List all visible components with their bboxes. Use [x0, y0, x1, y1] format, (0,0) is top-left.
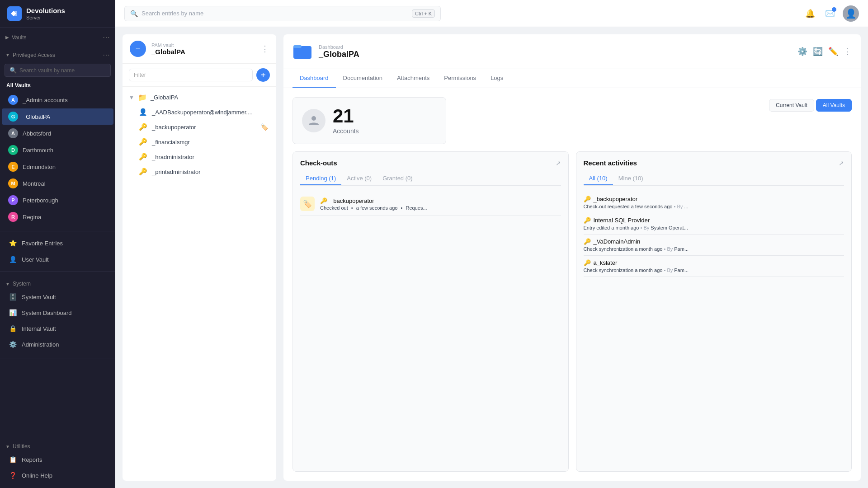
vaults-section-header[interactable]: ▶ Vaults ⋯: [0, 29, 115, 43]
sidebar-vault-item-2[interactable]: A Abbotsford: [2, 125, 113, 141]
vault-avatar: A: [8, 128, 18, 138]
sidebar-vault-item-5[interactable]: M Montreal: [2, 175, 113, 192]
key-icon: 🔑: [139, 153, 147, 161]
privileged-access-header[interactable]: ▼ Privileged Access ⋯: [0, 47, 115, 61]
activity-tab-all[interactable]: All (10): [584, 172, 613, 185]
pam-entry-printadministrator[interactable]: 🔑 _printadministrator: [124, 164, 274, 179]
pam-menu-button[interactable]: ⋮: [261, 44, 269, 54]
pam-entry-name: _hradministrator: [152, 154, 268, 160]
sidebar-vault-item-4[interactable]: E Edmundston: [2, 159, 113, 175]
tab-dashboard[interactable]: Dashboard: [292, 69, 336, 88]
privileged-access-caret: ▼: [5, 52, 10, 57]
sidebar-vault-item-3[interactable]: D Darthmouth: [2, 142, 113, 158]
checkout-entry-name: 🔑 _backupoperator: [320, 197, 561, 204]
messages-badge: [832, 7, 836, 12]
sidebar-item-reports[interactable]: 📋 Reports: [2, 452, 113, 467]
current-vault-button[interactable]: Current Vault: [769, 99, 814, 112]
pam-vault-avatar: −: [130, 41, 146, 57]
pam-filter-input[interactable]: [129, 69, 253, 81]
utilities-header[interactable]: ▼ Utilities: [0, 440, 115, 451]
activity-entry-akslater: 🔑 a_kslater Check synchronization a mont…: [584, 256, 844, 277]
tab-permissions[interactable]: Permissions: [437, 69, 483, 88]
all-vaults-button[interactable]: All Vaults: [816, 99, 852, 112]
sidebar-divider-1: [0, 231, 115, 231]
group-caret: ▼: [129, 94, 134, 101]
main-container: 🔍 Ctrl + K 🔔 ✉️ 👤 − PAM vault: [115, 0, 868, 488]
vault-search[interactable]: 🔍: [5, 64, 111, 77]
vaults-menu-icon[interactable]: ⋯: [103, 33, 110, 42]
sidebar-item-favorite-entries[interactable]: ⭐ Favorite Entries: [2, 235, 113, 251]
vault-item-name: Peterborough: [23, 197, 58, 204]
topbar-actions: 🔔 ✉️ 👤: [803, 5, 859, 22]
system-section: ▼ System 🗄️ System Vault 📊 System Dashbo…: [0, 275, 115, 354]
sidebar-item-system-dashboard[interactable]: 📊 System Dashboard: [2, 305, 113, 320]
app-logo[interactable]: Devolutions Server: [0, 0, 115, 28]
sidebar-vault-item-7[interactable]: R Regina: [2, 209, 113, 225]
pam-entry-name: _AADBackupoperator@windjammer....: [152, 109, 268, 116]
accounts-icon: [302, 109, 326, 132]
activity-meta: Check synchronization a month ago • By P…: [584, 246, 844, 252]
vault-item-name: Montreal: [23, 180, 46, 187]
activity-tab-mine[interactable]: Mine (10): [613, 172, 649, 185]
detail-panel: Dashboard _GlobalPA ⚙️ 🔄 ✏️ ⋮ Dashboard …: [283, 34, 861, 481]
checkout-tab-active[interactable]: Active (0): [341, 172, 377, 185]
pam-entry-aad[interactable]: 👤 _AADBackupoperator@windjammer....: [124, 105, 274, 119]
sidebar-item-system-vault[interactable]: 🗄️ System Vault: [2, 289, 113, 305]
detail-more-menu[interactable]: ⋮: [844, 47, 852, 56]
topbar-search-input[interactable]: [142, 10, 408, 17]
detail-title: _GlobalPA: [319, 50, 359, 59]
system-section-header[interactable]: ▼ System: [0, 277, 115, 289]
tab-attachments[interactable]: Attachments: [390, 69, 437, 88]
key-icon: 🔑: [584, 259, 591, 266]
activity-name: 🔑 a_kslater: [584, 259, 844, 266]
privileged-access-menu-icon[interactable]: ⋯: [103, 51, 110, 59]
key-icon: 🔑: [139, 138, 147, 146]
internal-vault-icon: 🔒: [8, 324, 17, 333]
messages-button[interactable]: ✉️: [823, 6, 837, 21]
activities-panel: Recent activities ↗ All (10) Mine (10): [576, 151, 852, 472]
pam-add-button[interactable]: +: [256, 68, 270, 82]
pam-entry-backupoperator[interactable]: 🔑 _backupoperator 🏷️: [124, 120, 274, 134]
tab-logs[interactable]: Logs: [483, 69, 510, 88]
help-icon: ❓: [8, 471, 17, 480]
pam-entry-hradministrator[interactable]: 🔑 _hradministrator: [124, 150, 274, 164]
checkout-tab-pending[interactable]: Pending (1): [300, 172, 341, 185]
activities-and-checkouts: Check-outs ↗ Pending (1) Active (0) Gran…: [292, 151, 852, 472]
administration-icon: ⚙️: [8, 340, 17, 349]
checkouts-external-icon[interactable]: ↗: [556, 160, 561, 167]
activities-external-icon[interactable]: ↗: [839, 160, 844, 167]
vault-search-input[interactable]: [19, 67, 106, 74]
filter-settings-icon[interactable]: ⚙️: [797, 47, 807, 56]
topbar-search-box[interactable]: 🔍 Ctrl + K: [124, 6, 441, 21]
checkout-tab-granted[interactable]: Granted (0): [377, 172, 418, 185]
key-icon: 🔑: [139, 123, 147, 131]
pam-filter: +: [123, 64, 276, 87]
sidebar-vault-item-6[interactable]: P Peterborough: [2, 192, 113, 208]
edit-icon[interactable]: ✏️: [828, 47, 838, 56]
accounts-label: Accounts: [333, 127, 359, 135]
checkout-entry-badge: 🏷️: [300, 197, 315, 211]
app-subtitle: Server: [26, 15, 65, 20]
sidebar-vault-item-0[interactable]: A _Admin accounts: [2, 92, 113, 108]
sidebar-item-administration[interactable]: ⚙️ Administration: [2, 337, 113, 352]
sidebar-item-online-help[interactable]: ❓ Online Help: [2, 468, 113, 483]
svg-rect-2: [293, 45, 302, 48]
vault-toggle: Current Vault All Vaults: [769, 97, 852, 112]
detail-main: 21 Accounts Current Vault All Vaults: [292, 97, 852, 472]
pam-group-header[interactable]: ▼ 📁 _GlobalPA: [123, 90, 276, 104]
sidebar-item-internal-vault[interactable]: 🔒 Internal Vault: [2, 321, 113, 336]
user-avatar[interactable]: 👤: [843, 5, 859, 22]
utilities-caret: ▼: [5, 444, 10, 449]
search-icon: 🔍: [9, 67, 17, 74]
pam-entry-financialsmgr[interactable]: 🔑 _financialsmgr: [124, 135, 274, 149]
sidebar-vault-item-1[interactable]: G _GlobalPA: [2, 108, 113, 125]
detail-subtitle: Dashboard: [319, 44, 359, 50]
vault-avatar: A: [8, 95, 18, 105]
notifications-button[interactable]: 🔔: [803, 6, 817, 21]
refresh-icon[interactable]: 🔄: [813, 47, 823, 56]
checkout-tabs: Pending (1) Active (0) Granted (0): [300, 172, 561, 186]
sidebar-item-user-vault[interactable]: 👤 User Vault: [2, 252, 113, 267]
checkouts-panel-header: Check-outs ↗: [300, 159, 561, 167]
tab-documentation[interactable]: Documentation: [336, 69, 390, 88]
vault-avatar: D: [8, 145, 18, 155]
